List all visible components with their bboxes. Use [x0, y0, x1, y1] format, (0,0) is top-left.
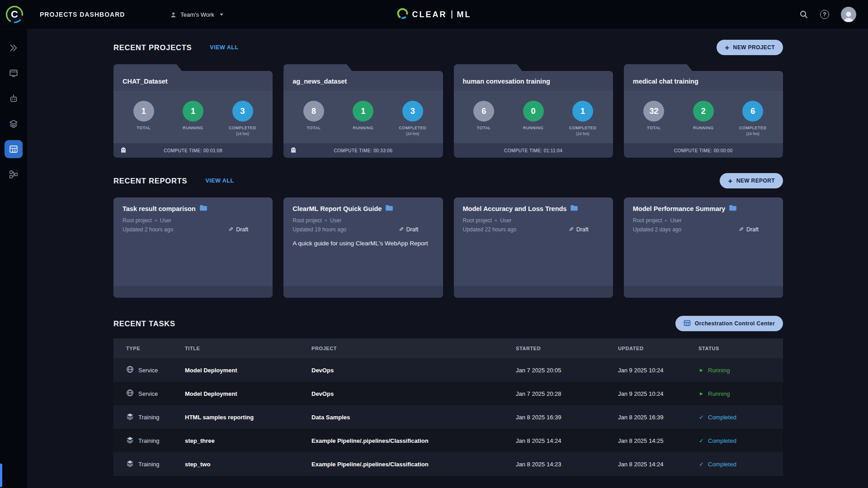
training-icon — [126, 413, 134, 422]
orchestration-control-center-button[interactable]: Orchestration Control Center — [675, 316, 783, 331]
report-updated-row: Updated 2 days ago Draft — [633, 226, 774, 233]
topbar: C PROJECTS DASHBOARD Team's Work CLEAR M… — [0, 0, 868, 29]
new-project-button[interactable]: NEW PROJECT — [717, 40, 783, 55]
sidebar — [0, 29, 27, 488]
sidebar-item-getting-started[interactable] — [5, 39, 23, 57]
help-icon[interactable]: ? — [820, 10, 829, 19]
task-row[interactable]: Training step_two Example Pipeline/.pipe… — [113, 452, 783, 476]
task-row[interactable]: Training HTML samples reporting Data Sam… — [113, 405, 783, 429]
clearml-logo[interactable]: C — [0, 5, 29, 24]
total-label: TOTAL — [647, 126, 661, 130]
report-updated: Updated 22 hours ago — [463, 226, 517, 233]
task-status: Completed — [698, 437, 783, 444]
project-cards: CHAT_Dataset 1 TOTAL 1 RUNNING 3 COMPLET — [113, 64, 783, 158]
project-stats: 1 TOTAL 1 RUNNING 3 COMPLETED (24 hrs) — [113, 91, 273, 143]
task-row[interactable]: Service Model Deployment DevOps Jan 7 20… — [113, 382, 783, 405]
task-updated: Jan 8 2025 14:24 — [618, 461, 698, 468]
projects-section-head: RECENT PROJECTS VIEW ALL NEW PROJECT — [113, 40, 783, 55]
task-title: step_three — [185, 437, 311, 444]
stat-running: 0 RUNNING — [518, 101, 549, 136]
reports-view-all-link[interactable]: VIEW ALL — [205, 178, 234, 184]
sidebar-item-dashboard[interactable] — [5, 64, 23, 82]
completed-count: 3 — [402, 101, 423, 122]
report-card-footer — [113, 286, 273, 298]
report-card[interactable]: Task result comparison Root project User… — [113, 197, 273, 298]
sidebar-scroll-indicator[interactable] — [0, 464, 2, 487]
report-card[interactable]: Model Performance Summary Root project U… — [624, 197, 783, 298]
project-stats: 6 TOTAL 0 RUNNING 1 COMPLETED (24 hrs) — [454, 91, 613, 143]
completed-label: COMPLETED — [569, 126, 597, 130]
task-title: HTML samples reporting — [185, 414, 311, 421]
running-label: RUNNING — [693, 126, 714, 130]
draft-badge: Draft — [739, 226, 759, 233]
sidebar-item-projects[interactable] — [5, 140, 23, 158]
search-icon[interactable] — [799, 10, 808, 19]
stat-running: 1 RUNNING — [177, 101, 209, 136]
report-title: Task result comparison — [123, 205, 196, 212]
folder-icon — [199, 205, 208, 213]
task-type-cell: Training — [113, 413, 185, 422]
running-label: RUNNING — [183, 126, 203, 130]
task-type-cell: Service — [113, 366, 185, 375]
clearml-swirl-icon — [397, 8, 409, 21]
new-report-button[interactable]: NEW REPORT — [720, 173, 783, 188]
report-meta: Root project User — [292, 217, 434, 224]
project-card[interactable]: CHAT_Dataset 1 TOTAL 1 RUNNING 3 COMPLET — [113, 64, 273, 158]
sidebar-item-datasets[interactable] — [5, 115, 23, 133]
sidebar-item-workers[interactable] — [5, 89, 23, 108]
avatar[interactable] — [841, 7, 856, 22]
report-card-body: Model Accuracy and Loss Trends Root proj… — [454, 197, 613, 286]
task-type: Training — [138, 414, 159, 421]
project-stats: 32 TOTAL 2 RUNNING 6 COMPLETED (24 hrs) — [624, 91, 783, 143]
project-name: medical chat training — [624, 71, 783, 91]
status-label: Running — [708, 367, 730, 374]
sidebar-item-pipelines[interactable] — [5, 165, 23, 183]
logo-divider — [452, 10, 453, 19]
total-label: TOTAL — [137, 126, 151, 130]
plus-icon — [728, 177, 732, 185]
project-card-body: human convesation training 6 TOTAL 0 RUN… — [454, 71, 613, 158]
col-status: STATUS — [698, 346, 783, 351]
task-updated: Jan 9 2025 10:24 — [618, 390, 698, 397]
layers-icon — [9, 119, 19, 129]
clearml-logo-icon: C — [5, 5, 24, 24]
report-card[interactable]: Model Accuracy and Loss Trends Root proj… — [454, 197, 613, 298]
training-icon — [126, 436, 134, 445]
projects-view-all-link[interactable]: VIEW ALL — [210, 44, 238, 51]
project-card[interactable]: ag_news_dataset 8 TOTAL 1 RUNNING 3 COMP — [283, 64, 443, 158]
stat-total: 8 TOTAL — [298, 101, 330, 136]
status-label: Completed — [708, 414, 736, 421]
reports-heading: RECENT REPORTS — [113, 177, 187, 185]
task-started: Jan 8 2025 14:24 — [516, 437, 618, 444]
task-title: step_two — [185, 461, 311, 468]
service-icon — [126, 366, 134, 375]
report-meta: Root project User — [463, 217, 604, 224]
report-author: User — [670, 217, 681, 224]
status-icon — [698, 461, 704, 468]
folder-icon — [729, 205, 737, 213]
project-card[interactable]: medical chat training 32 TOTAL 2 RUNNING… — [624, 64, 783, 158]
task-row[interactable]: Training step_three Example Pipeline/.pi… — [113, 429, 783, 452]
compute-time: COMPUTE TIME: 01:11:04 — [504, 148, 562, 153]
col-project: PROJECT — [311, 346, 516, 351]
task-row[interactable]: Service Model Deployment DevOps Jan 7 20… — [113, 358, 783, 382]
completed-count: 3 — [232, 101, 253, 122]
report-card[interactable]: ClearML Report Quick Guide Root project … — [283, 197, 443, 298]
new-project-label: NEW PROJECT — [733, 44, 775, 51]
completed-label: COMPLETED — [229, 126, 256, 130]
completed-window-label: (24 hrs) — [236, 131, 249, 136]
task-updated: Jan 9 2025 10:24 — [618, 367, 698, 374]
workspace-selector[interactable]: Team's Work — [170, 11, 223, 18]
task-type: Service — [138, 390, 158, 397]
pencil-icon — [739, 226, 744, 233]
project-name: CHAT_Dataset — [113, 71, 273, 91]
task-project: Example Pipeline/.pipelines/Classificati… — [311, 461, 516, 468]
stat-completed: 3 COMPLETED (24 hrs) — [227, 101, 259, 136]
project-card[interactable]: human convesation training 6 TOTAL 0 RUN… — [454, 64, 613, 158]
running-count: 0 — [523, 101, 544, 122]
task-project: Data Samples — [311, 414, 516, 421]
compute-time: COMPUTE TIME: 00:01:08 — [164, 148, 222, 153]
report-card-footer — [454, 286, 613, 298]
user-icon — [170, 11, 177, 18]
screen-icon — [9, 68, 19, 78]
